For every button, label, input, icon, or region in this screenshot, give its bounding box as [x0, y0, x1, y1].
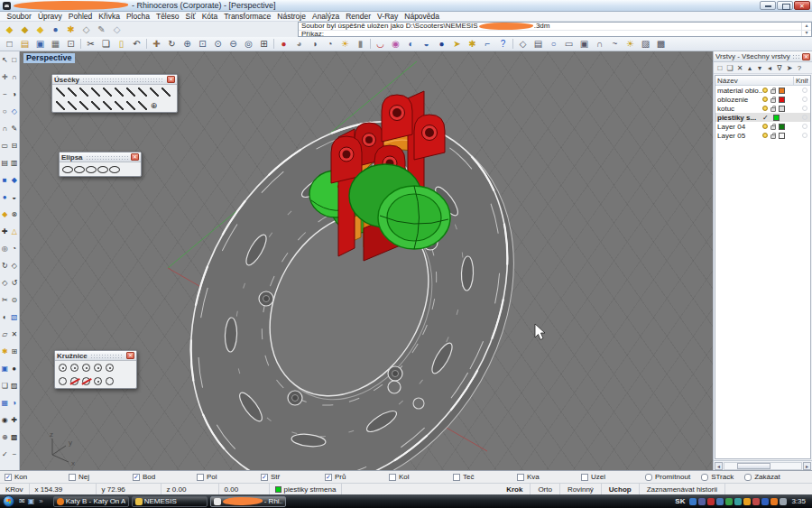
layer-color-swatch[interactable] — [779, 97, 785, 103]
hatch-icon[interactable]: ▧ — [10, 309, 20, 326]
palette-close-button[interactable] — [167, 76, 175, 83]
color-wheel-icon[interactable]: ◉ — [388, 38, 403, 51]
ellipse-deformable-icon[interactable] — [108, 163, 120, 175]
osnap-toggle[interactable]: Teč — [453, 473, 517, 481]
osnap-checkbox[interactable] — [581, 474, 588, 481]
grid-options-icon[interactable]: ▩ — [653, 38, 669, 51]
palette-close-button[interactable] — [126, 352, 134, 359]
viewport-layout-icon[interactable]: ⊞ — [256, 38, 272, 51]
layer-visibility-bulb-icon[interactable] — [762, 88, 768, 93]
plane-icon[interactable]: ▭ — [561, 38, 577, 51]
layer-state-edit-icon[interactable]: ◆ — [17, 23, 32, 36]
osnap-checkbox[interactable] — [389, 474, 396, 481]
undo-2-icon[interactable]: ↺ — [10, 274, 20, 291]
freeform-icon[interactable]: ◑ — [10, 86, 20, 103]
lamp-icon[interactable]: ☀ — [623, 38, 638, 51]
menu-item[interactable]: Pohled — [65, 12, 95, 21]
corner-axis-icon[interactable]: ⌐ — [480, 38, 495, 51]
group-icon[interactable]: ⊕ — [0, 429, 10, 446]
layer-row[interactable]: material oblo... — [715, 86, 810, 95]
osnap-checkbox[interactable]: ✓ — [133, 474, 140, 481]
surface-icon[interactable]: ▤ — [0, 154, 10, 171]
ellipse-2-icon[interactable]: ◇ — [10, 103, 20, 120]
tray-icon[interactable] — [734, 498, 742, 505]
cut-icon[interactable]: ✂ — [83, 38, 98, 51]
osnap-checkbox[interactable] — [69, 474, 76, 481]
curve-tools-icon[interactable]: ~ — [607, 38, 623, 51]
palette-grip[interactable] — [90, 354, 124, 358]
menu-item[interactable]: Transformace — [221, 12, 274, 21]
box-icon[interactable]: ■ — [0, 171, 10, 189]
layer-color-swatch[interactable] — [779, 133, 785, 139]
osnap-toggle[interactable]: Uzel — [581, 473, 645, 481]
pan-icon[interactable]: ✚ — [149, 38, 164, 51]
flag-icon[interactable]: ➤ — [449, 38, 465, 51]
layer-visibility-bulb-icon[interactable] — [762, 133, 768, 138]
scroll-down-icon[interactable] — [805, 31, 807, 35]
circle-3point-icon[interactable] — [80, 362, 92, 374]
plane-icon[interactable]: ⊟ — [10, 137, 20, 154]
move-up-icon[interactable]: ▴ — [745, 63, 754, 73]
join-icon[interactable]: ▦ — [0, 394, 10, 411]
undo-icon[interactable]: ↶ — [129, 38, 144, 51]
hide-icon[interactable]: ✓ — [0, 446, 10, 463]
tag-outline-icon[interactable]: ◇ — [78, 23, 94, 36]
layers-horizontal-scrollbar[interactable] — [714, 460, 812, 470]
sweep-icon[interactable]: ⊗ — [10, 206, 20, 223]
trim-icon[interactable]: ✂ — [0, 291, 10, 309]
web-browser-icon[interactable]: ● — [48, 23, 63, 36]
grid-2-icon[interactable]: ▩ — [10, 429, 20, 446]
circle-tangent-2-icon[interactable] — [69, 375, 80, 387]
layer-visibility-bulb-icon[interactable] — [762, 106, 768, 111]
array-icon[interactable]: ❏ — [0, 377, 10, 394]
zoom-extents-icon[interactable]: ⊖ — [226, 38, 241, 51]
circle-diameter-icon[interactable] — [69, 362, 80, 374]
layers-column-header[interactable]: Název Knih... — [715, 76, 810, 86]
circle-vertical-icon[interactable] — [104, 362, 115, 374]
tray-icon[interactable] — [752, 498, 760, 505]
tray-icon[interactable] — [761, 498, 769, 505]
explode-icon[interactable]: ◉ — [0, 411, 10, 429]
zoom-window-icon[interactable]: ⊡ — [195, 38, 210, 51]
ellipse-center-icon[interactable] — [61, 163, 73, 175]
note-icon[interactable]: ✎ — [94, 23, 109, 36]
tray-icon[interactable] — [707, 498, 715, 505]
osnap-toggle[interactable]: ✓Stř — [261, 473, 325, 481]
circle-around-curve-icon[interactable] — [92, 362, 104, 374]
gears-icon[interactable]: ✱ — [465, 38, 480, 51]
shade-2-icon[interactable]: ◑ — [10, 394, 20, 411]
extend-icon[interactable]: ▱ — [0, 326, 10, 343]
arc-icon[interactable]: ∩ — [0, 120, 10, 137]
layer-state-tag-icon[interactable]: ◆ — [32, 23, 48, 36]
boolean-icon[interactable]: ◆ — [0, 206, 10, 223]
layer-color-swatch[interactable] — [779, 88, 785, 94]
material-icon[interactable]: ▨ — [638, 38, 653, 51]
zoom-dynamic-icon[interactable]: ⊕ — [180, 38, 195, 51]
current-layer-pane[interactable]: piestiky strmena — [270, 484, 343, 494]
brake-disc-model[interactable] — [127, 64, 577, 470]
annotate-icon[interactable]: ✎ — [10, 120, 20, 137]
line-chain-icon[interactable] — [113, 99, 125, 111]
menu-item[interactable]: Kóta — [198, 12, 221, 21]
taskbar-task-button[interactable]: - Rhi... — [210, 496, 286, 507]
circle-center-radius-icon[interactable] — [57, 362, 69, 374]
osnap-checkbox[interactable]: ✓ — [325, 474, 332, 481]
menu-item[interactable]: Nástroje — [274, 12, 309, 21]
sphere-create-icon[interactable]: ○ — [546, 38, 561, 51]
ellipse-around-curve-icon[interactable] — [97, 163, 108, 175]
polyline-icon[interactable]: ∩ — [10, 69, 20, 86]
column-name[interactable]: Název — [717, 77, 793, 85]
viewport-canvas[interactable]: z y x — [20, 51, 713, 470]
help-icon[interactable]: ? — [495, 38, 511, 51]
scroll-track[interactable] — [724, 462, 802, 470]
layer-state-save-icon[interactable]: ◆ — [2, 23, 17, 36]
line-segment-icon[interactable] — [54, 86, 66, 97]
layer-lock-icon[interactable] — [770, 134, 776, 139]
curve-icon[interactable]: ~ — [0, 86, 10, 103]
filter-icon[interactable]: ∇ — [775, 63, 784, 73]
maximize-button[interactable] — [777, 1, 793, 10]
osnap-toggle[interactable]: ✓Kon — [5, 473, 69, 481]
layer-lock-icon[interactable] — [770, 107, 776, 112]
vray-icon[interactable]: ◡ — [373, 38, 388, 51]
mail-quicklaunch-icon[interactable]: ✉ — [19, 495, 25, 507]
